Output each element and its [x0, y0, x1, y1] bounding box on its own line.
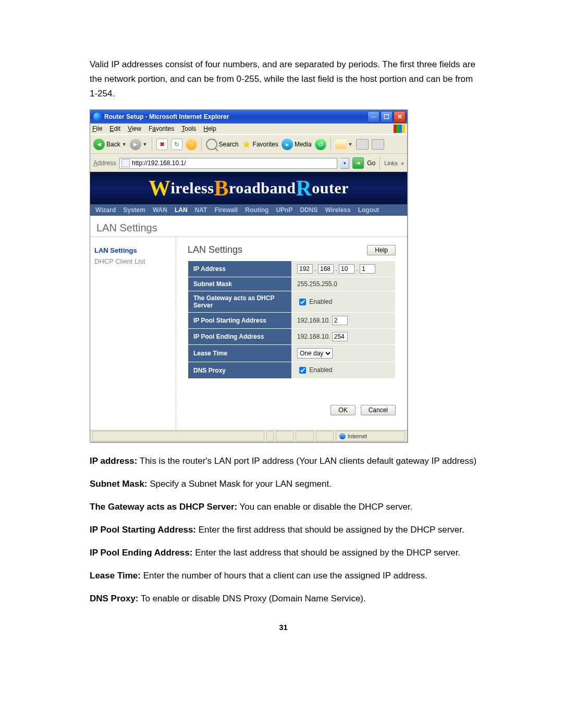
- dns-proxy-enabled-text: Enabled: [309, 366, 332, 374]
- titlebar: Router Setup - Microsoft Internet Explor…: [90, 110, 407, 124]
- minimize-button[interactable]: ─: [368, 111, 380, 123]
- ip-address-label: IP Address: [188, 261, 292, 277]
- home-button[interactable]: ⌂: [186, 139, 197, 150]
- subnet-mask-label: Subnet Mask: [188, 277, 292, 291]
- nav-wan[interactable]: WAN: [153, 206, 167, 214]
- def-dns: DNS Proxy: To enable or disable DNS Prox…: [90, 591, 477, 606]
- def-pool-end: IP Pool Ending Address: Enter the last a…: [90, 546, 477, 560]
- favorites-button[interactable]: ★Favorites: [242, 138, 278, 151]
- dhcp-enabled-checkbox[interactable]: [299, 299, 306, 305]
- sidenav-dhcp-client-list[interactable]: DHCP Client List: [94, 257, 172, 265]
- settings-table: IP Address . . . Subnet Mask 255.255.255…: [188, 261, 396, 379]
- status-bar: Internet: [90, 430, 407, 442]
- menu-tools[interactable]: Tools: [181, 125, 196, 132]
- ip-octet-1[interactable]: [297, 264, 313, 274]
- pool-prefix-2: 192.168.10.: [297, 333, 330, 340]
- router-nav: Wizard System WAN LAN NAT Firewall Routi…: [90, 204, 407, 216]
- menu-help[interactable]: Help: [203, 125, 216, 132]
- nav-upnp[interactable]: UPnP: [276, 206, 292, 214]
- history-button[interactable]: ↺: [315, 139, 326, 150]
- go-button[interactable]: ➔: [352, 157, 364, 169]
- go-label: Go: [367, 159, 375, 167]
- ip-octet-4[interactable]: [360, 264, 375, 274]
- address-dropdown[interactable]: ▾: [340, 158, 349, 169]
- def-subnet: Subnet Mask: Specify a Subnet Mask for y…: [90, 477, 477, 491]
- address-label: Address: [93, 159, 116, 167]
- def-lease: Lease Time: Enter the number of hours th…: [90, 569, 477, 583]
- links-label[interactable]: Links: [384, 160, 398, 166]
- forward-button[interactable]: ►▼: [130, 139, 148, 150]
- back-button[interactable]: ◄Back▼: [93, 139, 127, 150]
- nav-lan[interactable]: LAN: [175, 206, 188, 214]
- lease-time-label: Lease Time: [188, 345, 292, 362]
- nav-system[interactable]: System: [123, 206, 145, 214]
- pool-start-input[interactable]: [332, 316, 348, 325]
- nav-logout[interactable]: Logout: [358, 206, 380, 214]
- side-nav: LAN Settings DHCP Client List: [90, 237, 176, 430]
- toolbar: ◄Back▼ ►▼ ✖ ↻ ⌂ Search ★Favorites ▸Media…: [90, 134, 407, 154]
- nav-nat[interactable]: NAT: [195, 206, 207, 214]
- lease-time-select[interactable]: One day: [297, 348, 333, 359]
- menubar: File Edit View Favorites Tools Help: [90, 124, 407, 134]
- dhcp-enabled-text: Enabled: [309, 298, 332, 305]
- windows-flag-icon: [394, 125, 405, 133]
- ie-icon: [93, 113, 102, 121]
- edit-button[interactable]: [372, 139, 384, 150]
- router-banner: Wireless Broadband Router: [90, 172, 407, 204]
- dns-proxy-label: DNS Proxy: [188, 362, 292, 379]
- def-ip: IP address: This is the router's LAN por…: [90, 454, 477, 468]
- help-button[interactable]: Help: [367, 245, 396, 255]
- menu-file[interactable]: File: [92, 125, 102, 132]
- cancel-button[interactable]: Cancel: [361, 405, 396, 415]
- intro-text: Valid IP addresses consist of four numbe…: [90, 57, 477, 101]
- nav-wizard[interactable]: Wizard: [95, 206, 116, 214]
- media-button[interactable]: ▸Media: [282, 139, 312, 150]
- subnet-mask-value: 255.255.255.0: [292, 277, 396, 291]
- address-url: http://192.168.10.1/: [132, 159, 186, 167]
- status-page-icon: [96, 433, 102, 440]
- refresh-button[interactable]: ↻: [171, 139, 182, 150]
- page-icon: [121, 159, 130, 167]
- address-input[interactable]: http://192.168.10.1/: [119, 158, 337, 169]
- pool-start-label: IP Pool Starting Address: [188, 313, 292, 329]
- nav-wireless[interactable]: Wireless: [325, 206, 350, 214]
- ip-octet-3[interactable]: [339, 264, 354, 274]
- menu-view[interactable]: View: [128, 125, 141, 132]
- nav-ddns[interactable]: DDNS: [300, 206, 317, 214]
- stop-button[interactable]: ✖: [156, 139, 168, 150]
- menu-edit[interactable]: Edit: [109, 125, 120, 132]
- sidenav-lan-settings[interactable]: LAN Settings: [94, 246, 172, 254]
- search-button[interactable]: Search: [206, 139, 239, 150]
- pool-end-label: IP Pool Ending Address: [188, 329, 292, 345]
- internet-zone-icon: [339, 433, 346, 439]
- dns-proxy-checkbox[interactable]: [299, 367, 306, 374]
- ok-button[interactable]: OK: [331, 405, 355, 415]
- section-heading: LAN Settings: [188, 244, 242, 255]
- pool-end-input[interactable]: [332, 332, 348, 341]
- def-gateway: The Gateway acts as DHCP Server: You can…: [90, 500, 477, 514]
- def-pool-start: IP Pool Starting Address: Enter the firs…: [90, 523, 477, 537]
- nav-routing[interactable]: Routing: [245, 206, 268, 214]
- nav-firewall[interactable]: Firewall: [214, 206, 238, 214]
- internet-zone-label: Internet: [348, 433, 367, 439]
- router-screenshot: Router Setup - Microsoft Internet Explor…: [90, 109, 408, 442]
- pool-prefix: 192.168.10.: [297, 317, 330, 324]
- menu-favorites[interactable]: Favorites: [149, 125, 174, 132]
- links-chevron-icon[interactable]: »: [401, 160, 404, 166]
- window-title: Router Setup - Microsoft Internet Explor…: [104, 113, 368, 120]
- maximize-button[interactable]: ☐: [381, 111, 393, 123]
- mail-button[interactable]: ▼: [335, 140, 353, 149]
- address-bar: Address http://192.168.10.1/ ▾ ➔ Go Link…: [90, 154, 407, 172]
- close-button[interactable]: ✕: [394, 111, 406, 123]
- ip-octet-2[interactable]: [318, 264, 334, 274]
- page-number: 31: [90, 623, 477, 632]
- gateway-dhcp-label: The Gateway acts as DHCP Server: [188, 291, 292, 313]
- page-title: LAN Settings: [90, 216, 407, 237]
- print-button[interactable]: [356, 139, 369, 150]
